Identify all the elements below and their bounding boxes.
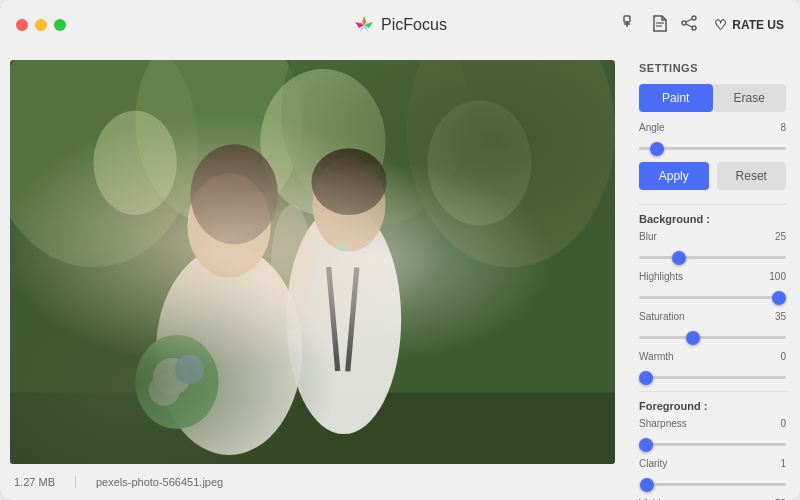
svg-point-15 — [692, 26, 696, 30]
rate-us-label: RATE US — [732, 18, 784, 32]
angle-control: Angle 8 — [639, 122, 786, 154]
blur-control: Blur 25 — [639, 231, 786, 263]
blur-label: Blur — [639, 231, 657, 242]
angle-value: 8 — [780, 122, 786, 133]
minimize-button[interactable] — [35, 19, 47, 31]
svg-marker-0 — [364, 16, 366, 25]
clarity-row: Clarity 1 — [639, 458, 786, 469]
app-title: PicFocus — [381, 16, 447, 34]
svg-point-13 — [692, 16, 696, 20]
file-name: pexels-photo-566451.jpeg — [75, 476, 223, 488]
blur-row: Blur 25 — [639, 231, 786, 242]
svg-point-14 — [682, 21, 686, 25]
saturation-row: Saturation 35 — [639, 311, 786, 322]
settings-title: SETTINGS — [639, 62, 786, 74]
share-icon[interactable] — [680, 14, 698, 36]
maximize-button[interactable] — [54, 19, 66, 31]
angle-label: Angle — [639, 122, 665, 133]
paint-button[interactable]: Paint — [639, 84, 713, 112]
file-icon[interactable] — [652, 14, 668, 36]
warmth-slider[interactable] — [639, 376, 786, 379]
warmth-value: 0 — [780, 351, 786, 362]
traffic-lights — [16, 19, 66, 31]
photo-overlay — [10, 60, 615, 464]
erase-button[interactable]: Erase — [713, 84, 787, 112]
import-icon[interactable] — [622, 14, 640, 36]
highlights-label: Highlights — [639, 271, 683, 282]
svg-line-16 — [686, 19, 692, 22]
warmth-label: Warmth — [639, 351, 674, 362]
close-button[interactable] — [16, 19, 28, 31]
clarity-slider[interactable] — [639, 483, 786, 486]
background-section-label: Background : — [639, 213, 786, 225]
highlights-slider[interactable] — [639, 296, 786, 299]
sharpness-row: Sharpness 0 — [639, 418, 786, 429]
app-logo-icon — [353, 14, 375, 36]
highlights-value: 100 — [769, 271, 786, 282]
divider-2 — [639, 391, 786, 392]
heart-icon: ♡ — [714, 17, 727, 33]
highlights-control: Highlights 100 — [639, 271, 786, 303]
titlebar-right: ♡ RATE US — [622, 14, 784, 36]
image-container — [10, 60, 615, 464]
titlebar: PicFocus — [0, 0, 800, 50]
sharpness-slider[interactable] — [639, 443, 786, 446]
sharpness-label: Sharpness — [639, 418, 687, 429]
paint-erase-toggle: Paint Erase — [639, 84, 786, 112]
file-size: 1.27 MB — [14, 476, 55, 488]
svg-marker-1 — [362, 16, 364, 25]
angle-row: Angle 8 — [639, 122, 786, 133]
image-footer: 1.27 MB pexels-photo-566451.jpeg — [10, 464, 615, 500]
app-title-area: PicFocus — [353, 14, 447, 36]
blur-slider[interactable] — [639, 256, 786, 259]
clarity-control: Clarity 1 — [639, 458, 786, 490]
svg-line-17 — [686, 24, 692, 27]
rate-us-button[interactable]: ♡ RATE US — [714, 17, 784, 33]
apply-button[interactable]: Apply — [639, 162, 709, 190]
highlights-row: Highlights 100 — [639, 271, 786, 282]
divider-1 — [639, 204, 786, 205]
main-content: 1.27 MB pexels-photo-566451.jpeg SETTING… — [0, 50, 800, 500]
saturation-control: Saturation 35 — [639, 311, 786, 343]
clarity-label: Clarity — [639, 458, 667, 469]
photo-display — [10, 60, 615, 464]
settings-panel: SETTINGS Paint Erase Angle 8 Apply Reset — [625, 50, 800, 500]
foreground-section-label: Foreground : — [639, 400, 786, 412]
sharpness-control: Sharpness 0 — [639, 418, 786, 450]
clarity-value: 1 — [780, 458, 786, 469]
action-buttons: Apply Reset — [639, 162, 786, 190]
saturation-slider[interactable] — [639, 336, 786, 339]
angle-slider[interactable] — [639, 147, 786, 150]
saturation-label: Saturation — [639, 311, 685, 322]
reset-button[interactable]: Reset — [717, 162, 787, 190]
app-window: PicFocus — [0, 0, 800, 500]
image-area: 1.27 MB pexels-photo-566451.jpeg — [0, 50, 625, 500]
warmth-control: Warmth 0 — [639, 351, 786, 383]
saturation-value: 35 — [775, 311, 786, 322]
warmth-row: Warmth 0 — [639, 351, 786, 362]
toolbar-icons — [622, 14, 698, 36]
sharpness-value: 0 — [780, 418, 786, 429]
blur-value: 25 — [775, 231, 786, 242]
